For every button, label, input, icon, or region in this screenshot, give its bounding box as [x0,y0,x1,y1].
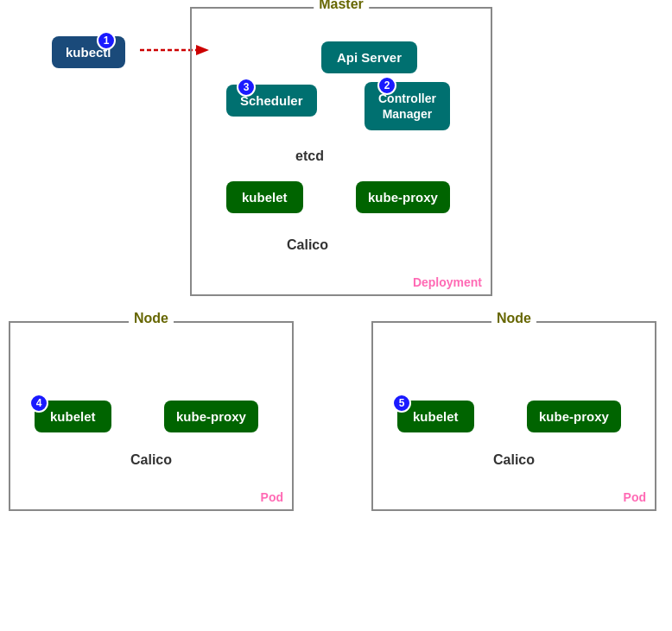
diagram-container: kubectl 1 Master Deployment Api Server S… [0,0,672,631]
master-container: Master Deployment Api Server Scheduler 3… [190,7,492,296]
calico-node-right-label: Calico [493,452,535,468]
kube-proxy-master-box: kube-proxy [356,181,450,213]
calico-master-label: Calico [287,237,328,253]
etcd-label: etcd [295,148,324,164]
badge-3: 3 [237,78,256,97]
badge-4: 4 [29,394,48,413]
master-label: Master [314,0,369,12]
calico-node-left-label: Calico [130,452,172,468]
kube-proxy-node-left-box: kube-proxy [164,401,258,432]
deployment-label: Deployment [413,275,482,289]
kube-proxy-node-right-box: kube-proxy [527,401,621,432]
kubelet-master-box: kubelet [226,181,303,213]
badge-5: 5 [392,394,411,413]
api-server-box: Api Server [321,41,417,73]
badge-1: 1 [97,31,116,50]
node-left-label: Node [129,311,174,326]
node-left-container: Node Pod 4 kubelet kube-proxy Calico [9,321,294,511]
node-right-container: Node Pod 5 kubelet kube-proxy Calico [371,321,656,511]
pod-right-label: Pod [624,490,646,504]
pod-left-label: Pod [261,490,283,504]
controller-manager-box: Controller Manager [365,82,450,130]
badge-2: 2 [377,76,396,95]
node-right-label: Node [491,311,536,326]
